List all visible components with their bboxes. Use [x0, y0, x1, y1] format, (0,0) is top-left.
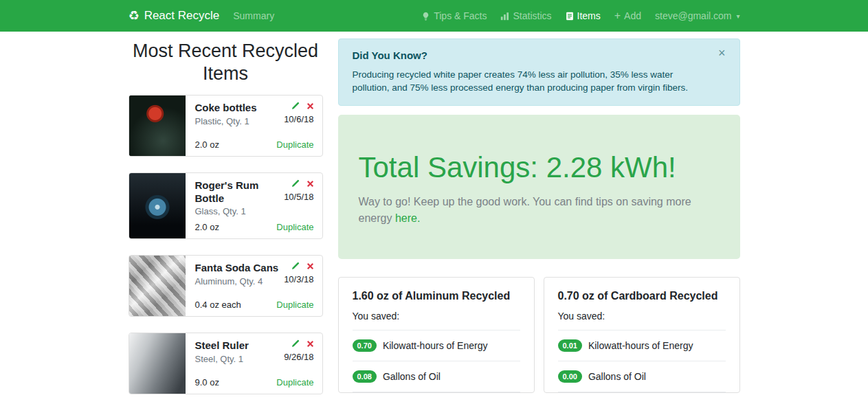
- item-thumbnail: [129, 96, 186, 156]
- item-meta: Glass, Qty. 1: [195, 206, 280, 216]
- you-saved-label: You saved:: [558, 311, 726, 330]
- recent-items-title: Most Recent Recycled Items: [129, 40, 323, 85]
- item-name: Fanta Soda Cans: [195, 262, 279, 275]
- total-savings-title: Total Savings: 2.28 kWh!: [359, 152, 720, 183]
- item-thumbnail: [129, 173, 186, 239]
- bar-chart-icon: [500, 12, 509, 21]
- chevron-down-icon: ▾: [736, 12, 739, 20]
- nav-tips-and-facts[interactable]: Tips & Facts: [421, 10, 487, 21]
- material-card-title: 0.70 oz of Cardboard Recycled: [558, 290, 726, 302]
- savings-row-label: Kilowatt-hours of Energy: [383, 340, 488, 351]
- item-name: Coke bottles: [195, 102, 257, 115]
- recycled-item-card: Roger's Rum Bottle Glass, Qty. 1 10/5/18…: [129, 172, 323, 240]
- item-meta: Plastic, Qty. 1: [195, 116, 257, 126]
- item-weight: 0.4 oz each: [195, 300, 241, 310]
- nav-summary[interactable]: Summary: [233, 10, 274, 21]
- brand-label: React Recycle: [144, 9, 220, 23]
- duplicate-link[interactable]: Duplicate: [276, 222, 313, 232]
- material-summary-card: 1.60 oz of Aluminum Recycled You saved: …: [338, 277, 535, 393]
- savings-value-badge: 0.01: [558, 339, 582, 352]
- item-meta: Steel, Qty. 1: [195, 354, 249, 364]
- item-weight: 2.0 oz: [195, 139, 219, 150]
- savings-value-badge: 0.00: [558, 370, 582, 383]
- material-summary-card: 0.70 oz of Cardboard Recycled You saved:…: [544, 277, 740, 393]
- item-weight: 2.0 oz: [195, 222, 219, 232]
- main-content: Most Recent Recycled Items Coke bottles …: [129, 32, 740, 404]
- item-thumbnail: [129, 256, 186, 316]
- total-savings-subtitle: Way to go! Keep up the good work. You ca…: [359, 194, 720, 228]
- savings-row: 0.08 Gallons of Oil: [353, 361, 520, 392]
- recycled-item-card: Steel Ruler Steel, Qty. 1 9/26/18 9.0 oz…: [129, 333, 323, 394]
- savings-row-label: Gallons of Oil: [383, 371, 441, 382]
- delete-icon[interactable]: [307, 340, 314, 348]
- nav-add[interactable]: + Add: [614, 10, 641, 21]
- you-saved-label: You saved:: [353, 311, 520, 330]
- edit-icon[interactable]: [291, 102, 300, 111]
- material-card-title: 1.60 oz of Aluminum Recycled: [353, 290, 520, 302]
- savings-value-badge: 0.70: [353, 339, 377, 352]
- duplicate-link[interactable]: Duplicate: [276, 139, 313, 150]
- savings-row: 0.00 Gallons of Oil: [558, 361, 726, 392]
- plus-icon: +: [614, 10, 621, 21]
- did-you-know-alert: × Did You Know? Producing recycled white…: [338, 38, 740, 106]
- nav-items[interactable]: Items: [566, 10, 601, 21]
- item-weight: 9.0 oz: [195, 377, 219, 388]
- recycle-icon: ♻: [129, 10, 140, 22]
- item-name: Roger's Rum Bottle: [195, 179, 280, 205]
- edit-icon[interactable]: [291, 262, 300, 271]
- item-date: 10/5/18: [284, 192, 313, 202]
- lightbulb-icon: [421, 12, 430, 21]
- savings-row-label: Gallons of Oil: [588, 371, 646, 382]
- item-thumbnail: [129, 333, 186, 394]
- item-date: 10/6/18: [284, 114, 313, 124]
- alert-title: Did You Know?: [353, 49, 712, 61]
- total-savings-panel: Total Savings: 2.28 kWh! Way to go! Keep…: [338, 115, 740, 259]
- alert-body: Producing recycled white paper creates 7…: [353, 68, 712, 94]
- delete-icon[interactable]: [307, 262, 314, 270]
- user-menu[interactable]: steve@gmail.com ▾: [655, 10, 740, 21]
- brand-link[interactable]: ♻ React Recycle: [129, 9, 220, 23]
- close-icon[interactable]: ×: [714, 46, 730, 60]
- navbar: ♻ React Recycle Summary Tips & Facts Sta…: [0, 0, 868, 32]
- summary-panel: × Did You Know? Producing recycled white…: [338, 38, 740, 393]
- item-name: Steel Ruler: [195, 339, 249, 352]
- edit-icon[interactable]: [291, 339, 300, 348]
- item-date: 10/3/18: [284, 274, 313, 284]
- duplicate-link[interactable]: Duplicate: [276, 377, 313, 388]
- item-date: 9/26/18: [284, 352, 313, 362]
- duplicate-link[interactable]: Duplicate: [276, 300, 313, 310]
- recycled-item-card: Coke bottles Plastic, Qty. 1 10/6/18 2.0…: [129, 95, 323, 157]
- recent-items-panel: Most Recent Recycled Items Coke bottles …: [129, 38, 323, 404]
- recycled-item-card: Fanta Soda Cans Aluminum, Qty. 4 10/3/18…: [129, 255, 323, 317]
- delete-icon[interactable]: [307, 102, 314, 110]
- nav-statistics[interactable]: Statistics: [500, 10, 551, 21]
- savings-row-label: Kilowatt-hours of Energy: [588, 340, 693, 351]
- delete-icon[interactable]: [307, 180, 314, 188]
- clipboard-icon: [566, 12, 574, 21]
- savings-row: 0.01 Kilowatt-hours of Energy: [558, 330, 726, 361]
- savings-row: 0.70 Kilowatt-hours of Energy: [353, 330, 520, 361]
- edit-icon[interactable]: [291, 179, 300, 188]
- tips-link[interactable]: here.: [395, 212, 420, 224]
- item-meta: Aluminum, Qty. 4: [195, 276, 279, 287]
- savings-value-badge: 0.08: [353, 370, 377, 383]
